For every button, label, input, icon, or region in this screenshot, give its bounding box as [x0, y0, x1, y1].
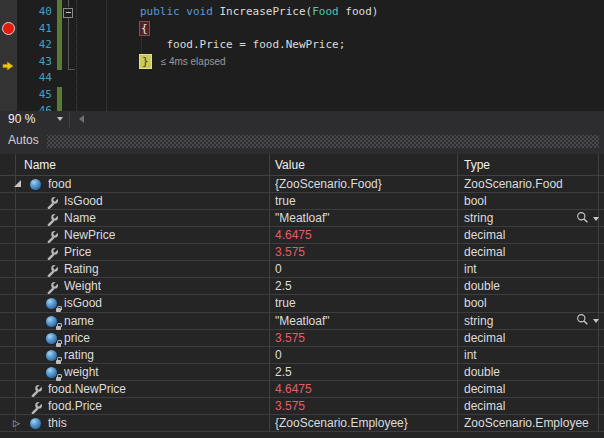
- fold-collapse-toggle[interactable]: [63, 8, 73, 18]
- text-visualizer-control[interactable]: [576, 211, 599, 226]
- variable-value[interactable]: 2.5: [275, 364, 292, 380]
- chevron-down-icon[interactable]: [593, 217, 599, 221]
- table-row[interactable]: isGoodtruebool: [0, 295, 604, 312]
- object-icon: [30, 417, 43, 430]
- chevron-down-icon[interactable]: [593, 319, 599, 323]
- change-tracking-bar: [57, 4, 62, 21]
- variable-value[interactable]: 2.5: [275, 278, 292, 294]
- table-row[interactable]: food.Price3.575decimal: [0, 398, 604, 415]
- variable-type: decimal: [464, 330, 505, 346]
- variable-value[interactable]: "Meatloaf": [275, 210, 330, 226]
- autos-variable-list: food{ZooScenario.Food}ZooScenario.FoodIs…: [0, 176, 604, 433]
- table-row[interactable]: weight2.5double: [0, 364, 604, 381]
- table-row[interactable]: NewPrice4.6475decimal: [0, 227, 604, 244]
- table-row[interactable]: rating0int: [0, 347, 604, 364]
- variable-value[interactable]: 3.575: [275, 330, 305, 346]
- column-header-type[interactable]: Type: [464, 154, 490, 176]
- table-row[interactable]: Weight2.5double: [0, 278, 604, 295]
- private-field-icon: [46, 366, 59, 379]
- current-statement-brace: }: [140, 55, 151, 68]
- code-line-41[interactable]: 41{: [0, 21, 604, 38]
- variable-type: int: [464, 347, 477, 363]
- variable-name: rating: [64, 347, 94, 363]
- line-number: 40: [14, 4, 52, 21]
- code-line-46[interactable]: 46: [0, 103, 604, 111]
- variable-type: decimal: [464, 244, 505, 260]
- variable-value[interactable]: 3.575: [275, 244, 305, 260]
- breakpoint-icon[interactable]: [2, 22, 15, 35]
- code-line-45[interactable]: 45: [0, 87, 604, 104]
- line-number: 44: [14, 70, 52, 87]
- variable-type: decimal: [464, 398, 505, 414]
- table-row[interactable]: Rating0int: [0, 261, 604, 278]
- variable-name: Name: [64, 210, 96, 226]
- variable-name: food.Price: [48, 398, 102, 414]
- autos-title: Autos: [8, 127, 39, 154]
- table-row[interactable]: price3.575decimal: [0, 330, 604, 347]
- code-text[interactable]: }≤ 4ms elapsed: [140, 54, 226, 71]
- variable-value[interactable]: 0: [275, 347, 282, 363]
- variable-value[interactable]: {ZooScenario.Employee}: [275, 415, 408, 431]
- code-text[interactable]: food.Price = food.NewPrice;: [140, 37, 345, 54]
- change-tracking-bar: [57, 54, 62, 71]
- variable-value[interactable]: {ZooScenario.Food}: [275, 176, 382, 192]
- magnifier-icon[interactable]: [576, 210, 589, 228]
- line-number: 41: [14, 21, 52, 38]
- code-token: Food: [312, 5, 339, 18]
- property-wrench-icon: [46, 195, 59, 208]
- code-token: food): [339, 5, 379, 18]
- variable-name: name: [64, 313, 94, 329]
- code-line-40[interactable]: 40public void IncreasePrice(Food food): [0, 4, 604, 21]
- table-row[interactable]: Price3.575decimal: [0, 244, 604, 261]
- variable-type: decimal: [464, 381, 505, 397]
- line-number: 42: [14, 37, 52, 54]
- autos-title-bar[interactable]: Autos: [0, 127, 604, 154]
- table-row[interactable]: food{ZooScenario.Food}ZooScenario.Food: [0, 176, 604, 193]
- variable-value[interactable]: "Meatloaf": [275, 313, 330, 329]
- variable-name: food.NewPrice: [48, 381, 126, 397]
- variable-type: string: [464, 210, 493, 226]
- table-row[interactable]: Name"Meatloaf"string: [0, 210, 604, 227]
- current-statement-arrow-icon: [2, 57, 14, 75]
- variable-value[interactable]: true: [275, 295, 296, 311]
- code-line-42[interactable]: 42 food.Price = food.NewPrice;: [0, 37, 604, 54]
- text-visualizer-control[interactable]: [576, 314, 599, 329]
- variable-value[interactable]: 4.6475: [275, 381, 312, 397]
- expand-expander-icon[interactable]: [13, 415, 23, 431]
- zoom-level-select[interactable]: 90 %: [0, 111, 70, 127]
- property-wrench-icon: [46, 246, 59, 259]
- code-text[interactable]: {: [140, 21, 149, 38]
- table-row[interactable]: name"Meatloaf"string: [0, 313, 604, 330]
- table-row[interactable]: food.NewPrice4.6475decimal: [0, 381, 604, 398]
- variable-type: bool: [464, 193, 487, 209]
- property-wrench-icon: [46, 229, 59, 242]
- code-token: food.Price = food.NewPrice;: [140, 38, 345, 51]
- variable-value[interactable]: 3.575: [275, 398, 305, 414]
- code-editor[interactable]: 3940public void IncreasePrice(Food food)…: [0, 0, 604, 111]
- magnifier-icon[interactable]: [576, 312, 589, 330]
- private-field-icon: [46, 349, 59, 362]
- code-line-44[interactable]: 44: [0, 70, 604, 87]
- property-wrench-icon: [30, 383, 43, 396]
- variable-value[interactable]: 4.6475: [275, 227, 312, 243]
- collapse-expander-icon[interactable]: [13, 176, 23, 192]
- chevron-down-icon: [57, 117, 63, 121]
- variable-type: double: [464, 364, 500, 380]
- variable-name: food: [48, 176, 71, 192]
- perf-tip[interactable]: ≤ 4ms elapsed: [161, 56, 226, 67]
- scroll-left-arrow-icon[interactable]: [74, 111, 90, 127]
- table-row[interactable]: this{ZooScenario.Employee}ZooScenario.Em…: [0, 415, 604, 432]
- variable-value[interactable]: 0: [275, 261, 282, 277]
- variable-name: isGood: [64, 295, 102, 311]
- breakpoint-highlighted-brace: {: [140, 22, 149, 35]
- change-tracking-bar: [57, 37, 62, 54]
- column-header-value[interactable]: Value: [275, 154, 305, 176]
- code-line-43[interactable]: 43}≤ 4ms elapsed: [0, 54, 604, 71]
- autos-window: Autos Name Value Type food{ZooScenario.F…: [0, 127, 604, 438]
- code-text[interactable]: public void IncreasePrice(Food food): [140, 4, 378, 21]
- variable-value[interactable]: true: [275, 193, 296, 209]
- variable-type: int: [464, 261, 477, 277]
- private-field-icon: [46, 297, 59, 310]
- table-row[interactable]: IsGoodtruebool: [0, 193, 604, 210]
- column-header-name[interactable]: Name: [24, 154, 56, 176]
